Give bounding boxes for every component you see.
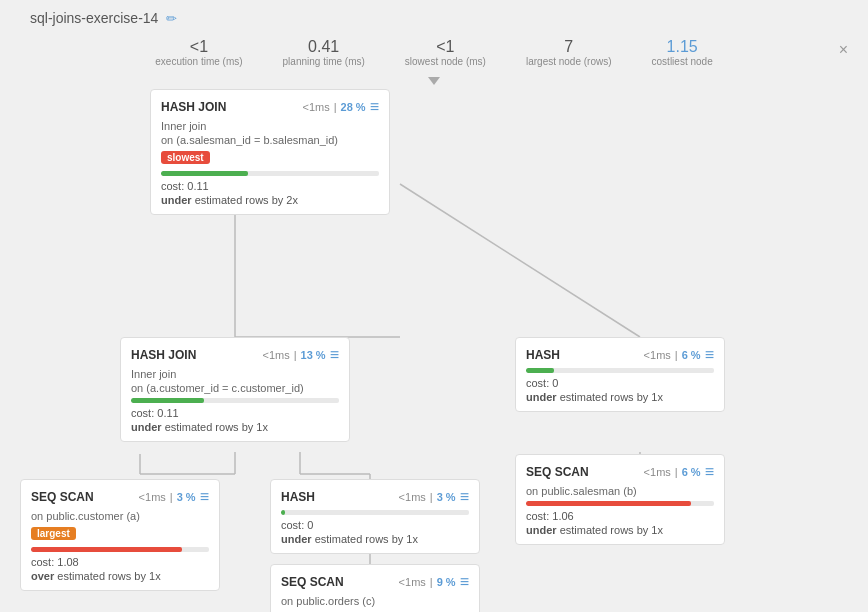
node-hash-mid2: HASH <1ms | 3 % ≡ cost: 0 under estimate… (270, 479, 480, 554)
node-seq-scan-customer: SEQ SCAN <1ms | 3 % ≡ on public.customer… (20, 479, 220, 591)
cost-hash-mid2: cost: 0 (281, 519, 469, 531)
stat-costliest: 1.15 costliest node (652, 38, 713, 67)
stats-bar: <1 execution time (ms) 0.41 planning tim… (20, 38, 848, 67)
cost-hash-join-top: cost: 0.11 (161, 180, 379, 192)
stat-exec-time: <1 execution time (ms) (155, 38, 242, 67)
page-container: sql-joins-exercise-14 ✏ <1 execution tim… (0, 0, 868, 612)
badge-largest: largest (31, 527, 76, 540)
db-icon-7: ≡ (705, 463, 714, 481)
rows-hash-join-mid: under estimated rows by 1x (131, 421, 339, 433)
rows-seq-customer: over estimated rows by 1x (31, 570, 209, 582)
arrow-pointer (428, 77, 440, 85)
stat-plan-time: 0.41 planning time (ms) (283, 38, 365, 67)
progress-hash-right (526, 368, 714, 373)
rows-seq-salesman: under estimated rows by 1x (526, 524, 714, 536)
rows-hash-mid2: under estimated rows by 1x (281, 533, 469, 545)
svg-line-1 (400, 184, 640, 337)
page-title: sql-joins-exercise-14 (30, 10, 158, 26)
stat-slowest-node: <1 slowest node (ms) (405, 38, 486, 67)
cost-hash-right: cost: 0 (526, 377, 714, 389)
db-icon-4: ≡ (200, 488, 209, 506)
progress-seq-customer (31, 547, 209, 552)
progress-hash-join-top (161, 171, 379, 176)
node-seq-scan-salesman: SEQ SCAN <1ms | 6 % ≡ on public.salesman… (515, 454, 725, 545)
edit-icon[interactable]: ✏ (166, 11, 177, 26)
db-icon-6: ≡ (460, 573, 469, 591)
node-hash-right: HASH <1ms | 6 % ≡ cost: 0 under estimate… (515, 337, 725, 412)
cost-seq-customer: cost: 1.08 (31, 556, 209, 568)
diagram-area: HASH JOIN <1ms | 28 % ≡ Inner join on (a… (20, 89, 848, 609)
db-icon-3: ≡ (705, 346, 714, 364)
cost-hash-join-mid: cost: 0.11 (131, 407, 339, 419)
progress-hash-join-mid (131, 398, 339, 403)
progress-seq-salesman (526, 501, 714, 506)
db-icon-2: ≡ (330, 346, 339, 364)
cost-seq-salesman: cost: 1.06 (526, 510, 714, 522)
node-hash-join-mid: HASH JOIN <1ms | 13 % ≡ Inner join on (a… (120, 337, 350, 442)
close-button[interactable]: × (839, 42, 848, 58)
stat-largest-node: 7 largest node (rows) (526, 38, 612, 67)
badge-slowest: slowest (161, 151, 210, 164)
node-seq-scan-orders: SEQ SCAN <1ms | 9 % ≡ on public.orders (… (270, 564, 480, 612)
db-icon-1: ≡ (370, 98, 379, 116)
db-icon-5: ≡ (460, 488, 469, 506)
node-hash-join-top: HASH JOIN <1ms | 28 % ≡ Inner join on (a… (150, 89, 390, 215)
page-header: sql-joins-exercise-14 ✏ (20, 10, 848, 26)
rows-hash-join-top: under estimated rows by 2x (161, 194, 379, 206)
progress-hash-mid2 (281, 510, 469, 515)
rows-hash-right: under estimated rows by 1x (526, 391, 714, 403)
